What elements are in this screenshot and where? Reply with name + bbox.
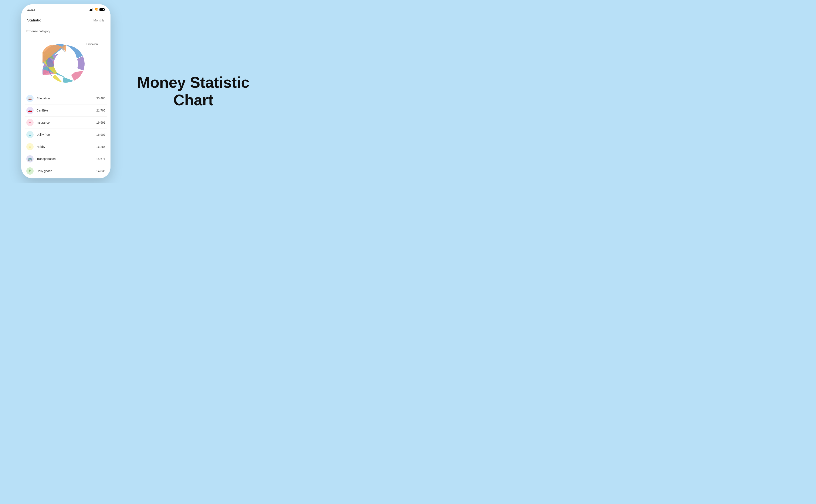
category-icon: ⚙	[26, 131, 34, 138]
category-item[interactable]: 🗑 Daily goods 14,836	[25, 165, 107, 177]
category-amount: 16,907	[96, 133, 105, 136]
category-amount: 21,795	[96, 109, 105, 112]
category-amount: 14,836	[96, 169, 105, 173]
section-header: Expense category	[21, 26, 110, 35]
category-icon: ☆	[26, 143, 34, 150]
headline-section: Money Statistic Chart	[89, 65, 297, 117]
category-name: Hobby	[37, 145, 96, 148]
phone-shell: 11:17 📶 Statistic Monthly Expense catego…	[21, 4, 110, 178]
category-name: Transportation	[37, 157, 96, 161]
category-icon: 🗑	[26, 167, 34, 175]
category-item[interactable]: ⚙ Utility Fee 16,907	[25, 129, 107, 141]
header-period[interactable]: Monthly	[93, 18, 105, 22]
donut-chart[interactable]	[42, 41, 89, 87]
category-name: Car·Bike	[37, 109, 96, 112]
category-item[interactable]: 🚗 Car·Bike 21,795	[25, 104, 107, 117]
category-amount: 30,486	[96, 97, 105, 100]
svg-point-0	[54, 52, 78, 76]
battery-icon	[99, 8, 105, 11]
status-time: 11:17	[27, 8, 35, 11]
category-name: Education	[37, 97, 96, 100]
category-name: Utility Fee	[37, 133, 96, 136]
category-item[interactable]: 📖 Education 30,486	[25, 92, 107, 104]
category-icon: 🚌	[26, 155, 34, 162]
chart-container: Education	[21, 36, 110, 92]
headline-line1: Money Statistic	[137, 74, 249, 91]
phone-notch	[52, 4, 80, 10]
category-icon: 📖	[26, 95, 34, 102]
category-item[interactable]: ☆ Hobby 16,266	[25, 141, 107, 153]
phone-content[interactable]: Expense category Education 📖 Education 3…	[21, 26, 110, 178]
category-amount: 16,266	[96, 145, 105, 148]
category-name: Insurance	[37, 121, 96, 124]
headline-line2: Chart	[137, 91, 249, 109]
chart-education-label: Education	[86, 43, 98, 46]
header-title: Statistic	[27, 18, 41, 23]
category-item[interactable]: ✂ Beauty 14,781	[25, 177, 107, 178]
category-amount: 19,591	[96, 121, 105, 124]
category-item[interactable]: 🚌 Transportation 15,671	[25, 153, 107, 165]
category-icon: ♥	[26, 119, 34, 126]
section-title: Expense category	[26, 30, 50, 33]
headline-text: Money Statistic Chart	[137, 74, 249, 109]
category-icon: 🚗	[26, 107, 34, 114]
category-amount: 15,671	[96, 157, 105, 161]
signal-icon	[89, 8, 93, 11]
category-list: 📖 Education 30,486 🚗 Car·Bike 21,795 ♥ I…	[21, 92, 110, 178]
category-item[interactable]: ♥ Insurance 19,591	[25, 117, 107, 129]
category-name: Daily goods	[37, 169, 96, 173]
wifi-icon: 📶	[95, 8, 98, 11]
app-header: Statistic Monthly	[21, 15, 110, 26]
status-icons: 📶	[89, 8, 105, 11]
